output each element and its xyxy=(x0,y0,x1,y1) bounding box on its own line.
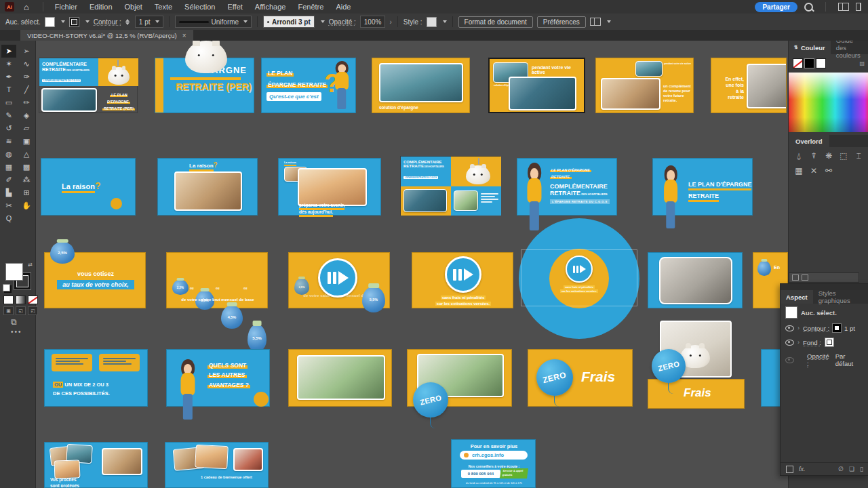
style-swatch[interactable] xyxy=(427,17,437,27)
stroke-swatch[interactable] xyxy=(833,324,841,332)
overlord-align-top-icon[interactable]: ⍙ xyxy=(796,151,801,161)
artboard-plan-epargne-retraite[interactable]: LE PLAN D'ÉPARGNERETRAITE xyxy=(652,158,753,216)
expand-arrow[interactable]: › xyxy=(389,18,391,26)
duplicate-item-icon[interactable]: ❏ xyxy=(849,466,854,472)
type-tool-icon[interactable]: T xyxy=(1,83,16,96)
fx-icon[interactable]: fx. xyxy=(799,466,806,472)
none-button[interactable] xyxy=(28,296,38,304)
stroke-label[interactable]: Contour : xyxy=(803,325,829,332)
curvature-tool-icon[interactable]: ✑ xyxy=(19,70,34,83)
magic-wand-tool-icon[interactable]: ✶ xyxy=(1,58,16,70)
artboard-cadeau-bienvenue[interactable]: 1 cadeau de bienvenue offert xyxy=(165,442,269,488)
url-pill[interactable]: crh.cgos.info xyxy=(460,451,528,460)
artboard-la-raison[interactable]: La raison? xyxy=(41,158,136,216)
fill-swatch[interactable] xyxy=(45,17,55,27)
artboard-logo-grid[interactable]: COMPLÉMENTAIRERETRAITE DES HOSPITALIERS … xyxy=(400,156,500,216)
opacity-row[interactable]: Opacité : Par défaut xyxy=(781,350,868,370)
rectangle-tool-icon[interactable]: ▭ xyxy=(1,96,16,109)
menu-objet[interactable]: Objet xyxy=(119,3,149,11)
direct-selection-tool-icon[interactable]: ➢ xyxy=(19,45,34,58)
symbol-sprayer-tool-icon[interactable]: ⁂ xyxy=(19,174,34,186)
draw-inside-button[interactable]: ◰ xyxy=(28,306,38,315)
pen-tool-icon[interactable]: ✒ xyxy=(1,70,16,83)
chevron-down-icon[interactable] xyxy=(85,20,90,23)
new-stroke-icon[interactable] xyxy=(786,466,793,473)
trash-icon[interactable]: ▯ xyxy=(860,466,863,472)
menu-fichier[interactable]: Fichier xyxy=(49,3,83,11)
artboard-documents-photo[interactable] xyxy=(288,349,392,407)
artboard-complement-revenu[interactable]: pendant votre vie active un complément d… xyxy=(595,58,694,113)
align-options-icon[interactable] xyxy=(590,18,601,26)
zoom-tool-icon[interactable]: Q xyxy=(1,212,16,225)
scale-tool-icon[interactable]: ▱ xyxy=(19,122,34,135)
workspace-switcher-icon[interactable] xyxy=(838,3,849,11)
black-swatch[interactable] xyxy=(804,58,814,68)
artboard-en-effet-retraite[interactable]: En effet,une foisà laretraite xyxy=(711,58,787,113)
overlord-link-icon[interactable]: ⚯ xyxy=(825,166,832,176)
column-graph-tool-icon[interactable]: ▙ xyxy=(1,186,16,199)
chevron-down-icon[interactable] xyxy=(61,20,65,23)
clear-appearance-icon[interactable]: ∅ xyxy=(838,466,844,472)
color-spectrum[interactable] xyxy=(789,73,868,132)
phone-number[interactable]: 0 800 005 944 xyxy=(461,470,500,478)
edit-toolbar-icon[interactable]: ••• xyxy=(11,328,22,336)
white-swatch[interactable] xyxy=(816,58,826,68)
fill-row[interactable]: › Fond : xyxy=(781,335,868,350)
swap-fill-stroke-icon[interactable]: ⇄ xyxy=(28,262,33,268)
home-icon[interactable]: ⌂ xyxy=(24,3,29,12)
close-icon[interactable]: × xyxy=(182,32,186,39)
opacity-label[interactable]: Opacité : xyxy=(807,352,832,367)
color-button[interactable] xyxy=(3,296,14,304)
tab-styles-graphiques[interactable]: Styles graphiques xyxy=(813,290,868,304)
default-fill-stroke-icon[interactable] xyxy=(3,284,10,291)
artboard-zero-frais[interactable]: ZERO Frais xyxy=(528,349,633,407)
none-swatch[interactable] xyxy=(793,58,803,68)
stroke-weight-label[interactable]: Contour : xyxy=(94,18,121,26)
document-tab[interactable]: VIDEO-CRH-STORY v6.ai* @ 12,5 % (RVB/Ape… xyxy=(20,30,193,41)
stroke-weight-stepper[interactable] xyxy=(125,19,130,25)
visibility-eye-icon[interactable] xyxy=(785,357,794,363)
artboard-intro-logo[interactable]: COMPLÉMENTAIRERETRAITE DES HOSPITALIERS … xyxy=(39,58,138,113)
document-setup-button[interactable]: Format de document xyxy=(458,16,533,28)
artboard-zero-frais-piggy[interactable]: Frais ZERO xyxy=(648,321,745,409)
artboard-complementaire-retraite[interactable]: LE PLAN D'ÉPARGNERETRAITE COMPLÉMENTAIRE… xyxy=(517,158,617,216)
artboard-sans-frais[interactable]: sans frais ni pénalitéssur les cotisatio… xyxy=(412,252,513,308)
artboard-preparez-avenir[interactable]: La raison préparez votre avenir,dès aujo… xyxy=(278,158,381,216)
stroke-value[interactable]: 1 pt xyxy=(844,325,855,332)
tab-overlord[interactable]: Overlord xyxy=(789,135,829,147)
artboard-zero-doc[interactable]: ZERO xyxy=(407,349,512,407)
artboard-pause-bags[interactable]: de votre salaire brut mensuel de base 2,… xyxy=(288,252,390,308)
eyedropper-tool-icon[interactable]: ✐ xyxy=(1,174,16,186)
menu-texte[interactable]: Texte xyxy=(149,3,178,11)
tab-couleur[interactable]: ⇅Couleur xyxy=(789,41,831,54)
pause-play-button[interactable] xyxy=(445,256,481,293)
width-tool-icon[interactable]: ≋ xyxy=(1,135,16,148)
menu-affichage[interactable]: Affichage xyxy=(249,3,292,11)
fill-color-box[interactable] xyxy=(5,263,23,281)
stroke-weight-field[interactable]: 1 pt xyxy=(135,16,163,28)
gradient-button[interactable] xyxy=(16,296,26,304)
menu-effet[interactable]: Effet xyxy=(221,3,248,11)
fill-swatch[interactable] xyxy=(825,338,834,347)
menu-selection[interactable]: Sélection xyxy=(178,3,221,11)
gradient-tool-icon[interactable]: ▩ xyxy=(19,161,34,174)
opacity-label[interactable]: Opacité : xyxy=(329,18,356,26)
zoom-transition-circle[interactable]: sans frais ni pénalitéssur les cotisatio… xyxy=(519,218,639,339)
selection-tool-icon[interactable]: ➤ xyxy=(1,45,16,58)
fill-label[interactable]: Fond : xyxy=(803,339,821,346)
draw-normal-button[interactable]: ▣ xyxy=(3,306,14,315)
artboard-la-raison-photo[interactable]: La raison? xyxy=(157,158,258,216)
lasso-tool-icon[interactable]: ∿ xyxy=(19,58,34,70)
artboard-quest-ce-que-cest[interactable]: LE PLANÉPARGNE RETRAITE Qu'est-ce que c'… xyxy=(261,58,356,113)
panel-menu-icon[interactable]: ▤ xyxy=(859,60,865,66)
artboard-autres-avantages[interactable]: QUELS SONTLES AUTRESAVANTAGES ? xyxy=(166,349,270,407)
perspective-grid-tool-icon[interactable]: △ xyxy=(19,148,34,161)
expand-arrow-icon[interactable]: › xyxy=(797,325,800,331)
artboard-en-savoir-plus[interactable]: Pour en savoir plus crh.cgos.info Nos co… xyxy=(451,439,536,488)
visibility-eye-icon[interactable] xyxy=(785,325,794,331)
artboard-mix-possibilites[interactable]: OU UN MIX DE 2 OU 3 DE CES POSSIBILITÉS. xyxy=(44,349,148,407)
stroke-profile-select[interactable]: Uniforme xyxy=(175,16,252,28)
artboard-vie-active-selected[interactable]: solution d'épargne pendant votre vie act… xyxy=(488,58,585,113)
screen-mode-icon[interactable]: ⧉ xyxy=(11,317,17,327)
chevron-down-icon[interactable] xyxy=(607,20,611,23)
